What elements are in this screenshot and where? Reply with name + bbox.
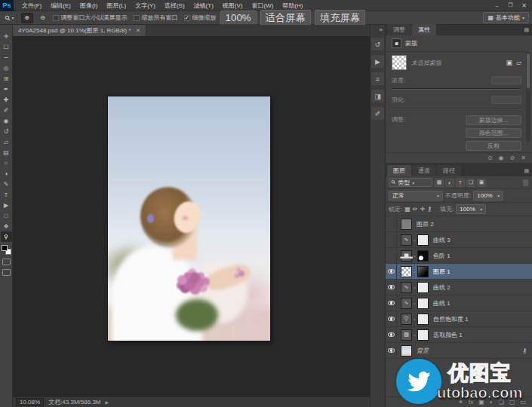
layer-name[interactable]: 背景 <box>417 347 429 355</box>
lock-all-icon[interactable]: ⚷ <box>427 206 432 213</box>
move-tool[interactable]: ✛ <box>1 31 12 41</box>
screen-mode-button[interactable] <box>2 269 11 276</box>
panel-menu-icon[interactable]: ▤ <box>524 168 529 174</box>
checkbox-icon[interactable] <box>53 15 59 21</box>
filter-type-layers-icon[interactable]: T <box>456 179 465 187</box>
layer-filter-toggle[interactable] <box>522 179 529 187</box>
filter-shape-layers-icon[interactable]: ❏ <box>466 179 475 187</box>
visibility-toggle[interactable] <box>386 232 397 247</box>
menu-item-文字(Y)[interactable]: 文字(Y) <box>131 0 159 11</box>
layer-name[interactable]: 图层 2 <box>417 220 434 228</box>
layer-name[interactable]: 选取颜色 1 <box>433 331 463 339</box>
visibility-toggle[interactable] <box>386 264 397 279</box>
layer-filter-type-select[interactable]: ⚲ 类型 ▾ <box>389 178 432 187</box>
path-selection-tool[interactable]: ▶ <box>1 200 12 210</box>
layer-row-图层 1[interactable]: ∘图层 1 <box>386 264 532 280</box>
quick-mask-button[interactable] <box>2 259 11 265</box>
brush-panel-icon[interactable]: ✐ <box>371 107 384 120</box>
layer-name[interactable]: 曲线 2 <box>433 283 451 292</box>
feather-slider[interactable] <box>392 108 521 109</box>
healing-brush-tool[interactable]: ✚ <box>1 94 12 105</box>
menu-item-图层(L)[interactable]: 图层(L) <box>103 0 130 11</box>
layer-row-曲线 1[interactable]: ∿∘曲线 1 <box>386 295 532 311</box>
layer-row-色阶 1[interactable]: ▂▆▂∘色阶 1 <box>386 248 532 264</box>
tab-通道[interactable]: 通道 <box>412 165 436 176</box>
filter-pixel-layers-icon[interactable]: ▦ <box>435 179 444 187</box>
visibility-toggle[interactable] <box>386 295 397 311</box>
lock-transparency-icon[interactable]: ▦ <box>404 206 411 213</box>
layer-name[interactable]: 自然饱和度 1 <box>433 315 469 323</box>
density-slider[interactable] <box>392 88 521 90</box>
zoom-level-field[interactable]: 10.08% <box>16 398 44 406</box>
mask-link-icon[interactable]: ∘ <box>412 332 417 338</box>
visibility-toggle[interactable] <box>386 327 397 342</box>
pen-tool[interactable]: ✎ <box>1 179 12 189</box>
curves-adjustment-icon[interactable]: ∿ <box>401 282 412 293</box>
actual-pixels-button[interactable]: 100% <box>220 11 257 25</box>
mask-link-icon[interactable]: ∘ <box>412 237 417 243</box>
fit-screen-button[interactable]: 适合屏幕 <box>260 10 311 26</box>
mask-link-icon[interactable]: ∘ <box>412 285 417 290</box>
lock-pixels-icon[interactable]: ✏ <box>413 206 418 213</box>
info-panel-icon[interactable]: ◨ <box>371 90 384 103</box>
fill-field[interactable]: 100% ▾ <box>456 204 486 214</box>
adjustments-panel-icon[interactable]: ≡ <box>371 72 384 85</box>
checkbox-细微缩放[interactable]: ✓细微缩放 <box>184 14 217 22</box>
checkbox-checked-icon[interactable]: ✓ <box>184 15 190 21</box>
color-swatches[interactable] <box>2 245 11 255</box>
checkbox-缩放所有窗口[interactable]: 缩放所有窗口 <box>134 14 178 22</box>
button-反相[interactable]: 反相 <box>466 141 521 151</box>
visibility-toggle[interactable] <box>386 280 397 295</box>
disable-mask-icon[interactable]: ⊘ <box>510 155 515 161</box>
vibrance-adjustment-icon[interactable]: ▽ <box>401 314 412 325</box>
menu-item-图像(I)[interactable]: 图像(I) <box>76 0 102 11</box>
checkbox-调整窗口大小以满屏显示[interactable]: 调整窗口大小以满屏显示 <box>53 14 128 22</box>
layer-thumbnail[interactable] <box>401 266 412 277</box>
filter-adjustment-layers-icon[interactable]: ◐ <box>445 179 454 187</box>
expand-panels-icon[interactable]: « <box>380 26 383 33</box>
tab-close-icon[interactable]: ✕ <box>136 27 141 34</box>
checkbox-icon[interactable] <box>134 15 140 21</box>
add-vector-mask-icon[interactable]: ▱ <box>516 59 521 66</box>
menu-item-文件(F)[interactable]: 文件(F) <box>18 0 45 11</box>
current-tool-preview[interactable]: ⚲ ▾ <box>3 14 17 23</box>
minimize-button[interactable]: – <box>490 1 503 10</box>
opacity-field[interactable]: 100% ▾ <box>473 191 503 200</box>
layer-name[interactable]: 色阶 1 <box>433 252 451 260</box>
visibility-toggle[interactable] <box>386 248 397 263</box>
layer-name[interactable]: 图层 1 <box>433 268 451 276</box>
close-button[interactable]: ✕ <box>518 1 530 10</box>
layer-mask-thumbnail[interactable] <box>417 250 429 262</box>
button-颜色范围...[interactable]: 颜色范围... <box>466 128 521 138</box>
crop-tool[interactable]: ⊞ <box>1 73 12 84</box>
type-tool[interactable]: T <box>1 189 12 200</box>
button-蒙版边缘...[interactable]: 蒙版边缘... <box>466 115 521 125</box>
density-value-field[interactable] <box>491 76 521 84</box>
panel-menu-icon[interactable]: ▤ <box>524 27 529 33</box>
delete-mask-icon[interactable]: ✕ <box>521 155 526 161</box>
quick-selection-tool[interactable]: ◎ <box>1 63 12 73</box>
photo-document[interactable] <box>108 96 270 341</box>
layer-mask-thumbnail[interactable] <box>417 314 429 325</box>
layer-name[interactable]: 曲线 3 <box>433 236 451 244</box>
curves-adjustment-icon[interactable]: ∿ <box>401 234 412 246</box>
layer-thumbnail[interactable] <box>401 219 412 230</box>
eyedropper-tool[interactable]: ✒ <box>1 84 12 94</box>
apply-mask-icon[interactable]: ◉ <box>499 155 504 161</box>
mask-link-icon[interactable]: ∘ <box>412 269 417 274</box>
brush-tool[interactable]: ✐ <box>1 105 12 115</box>
menu-item-滤镜(T)[interactable]: 滤镜(T) <box>190 0 217 11</box>
document-tab[interactable]: 4Y0A2548.psd @ 10.1%(图层 1, RGB/8) * ✕ <box>13 25 146 36</box>
layer-name[interactable]: 曲线 1 <box>433 299 451 308</box>
layer-mask-thumbnail[interactable] <box>417 282 429 293</box>
dodge-tool[interactable]: ◑ <box>1 168 12 179</box>
menu-item-编辑(E)[interactable]: 编辑(E) <box>47 0 75 11</box>
mask-link-icon[interactable]: ∘ <box>412 301 417 306</box>
mask-link-icon[interactable]: ∘ <box>412 253 417 259</box>
shape-tool[interactable]: □ <box>1 210 12 221</box>
curves-adjustment-icon[interactable]: ∿ <box>401 298 412 309</box>
properties-scrollbar[interactable] <box>526 52 530 142</box>
lasso-tool[interactable]: ∽ <box>1 52 12 63</box>
gradient-tool[interactable]: ▤ <box>1 147 12 158</box>
visibility-toggle[interactable] <box>386 343 397 358</box>
